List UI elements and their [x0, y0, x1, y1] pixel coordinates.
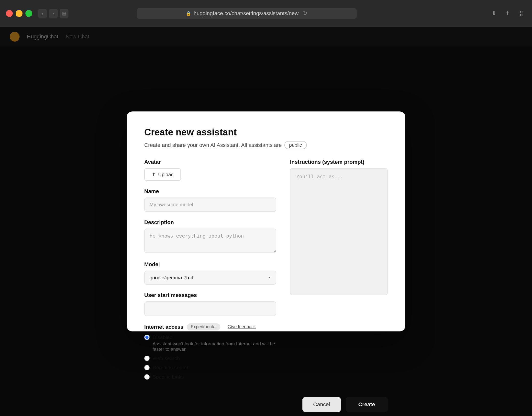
radio-text-disabled: Disabled [153, 334, 173, 340]
upload-button[interactable]: ⬆ Upload [144, 168, 181, 181]
description-field-group: Description He knows everything about py… [144, 219, 276, 254]
radio-item-disabled: Disabled Assistant won't look for inform… [144, 334, 276, 352]
upload-label: Upload [158, 172, 174, 177]
right-column: Instructions (system prompt) [290, 159, 388, 387]
radio-desc-disabled: Assistant won't look for information fro… [144, 341, 276, 352]
radio-disabled[interactable] [144, 335, 150, 340]
user-start-messages-field-group: User start messages [144, 292, 276, 316]
create-button[interactable]: Create [346, 397, 388, 412]
instructions-textarea[interactable] [290, 168, 388, 295]
name-field-group: Name [144, 188, 276, 212]
name-label: Name [144, 188, 276, 195]
forward-button[interactable]: › [49, 9, 58, 18]
share-icon[interactable]: ⬆ [503, 9, 512, 18]
address-bar[interactable]: 🔒 huggingface.co/chat/settings/assistant… [137, 8, 357, 19]
radio-item-web-search: Web search [144, 355, 276, 361]
download-icon[interactable]: ⬇ [489, 9, 499, 18]
maximize-button[interactable] [25, 10, 32, 17]
radio-specific-links[interactable] [144, 374, 150, 380]
internet-access-label: Internet access [144, 324, 183, 330]
url-text: huggingface.co/chat/settings/assistants/… [194, 10, 299, 17]
description-label: Description [144, 219, 276, 226]
user-start-messages-label: User start messages [144, 292, 276, 298]
radio-text-web-search: Web search [153, 355, 180, 361]
traffic-lights [6, 10, 32, 17]
avatar-label: Avatar [144, 159, 276, 165]
back-button[interactable]: ‹ [38, 9, 47, 18]
model-select[interactable]: google/gemma-7b-it meta-llama/Llama-2-70… [144, 271, 276, 285]
left-column: Avatar ⬆ Upload Name Description [144, 159, 276, 387]
close-button[interactable] [6, 10, 13, 17]
app-background: HuggingChat New Chat Create new assistan… [0, 27, 532, 416]
radio-label-disabled[interactable]: Disabled [144, 334, 276, 340]
name-input[interactable] [144, 197, 276, 212]
experimental-badge: Experimental [187, 323, 220, 330]
create-assistant-modal: Create new assistant Create and share yo… [127, 111, 405, 331]
internet-access-header: Internet access Experimental Give feedba… [144, 323, 276, 330]
avatar-field-group: Avatar ⬆ Upload [144, 159, 276, 181]
model-field-group: Model google/gemma-7b-it meta-llama/Llam… [144, 261, 276, 285]
modal-title: Create new assistant [144, 127, 388, 138]
nav-buttons: ‹ › ▤ [38, 9, 68, 18]
internet-access-radio-group: Disabled Assistant won't look for inform… [144, 334, 276, 380]
minimize-button[interactable] [16, 10, 22, 17]
public-badge: public [284, 141, 307, 149]
radio-label-domains-search[interactable]: Domains search [144, 365, 276, 371]
internet-access-field-group: Internet access Experimental Give feedba… [144, 323, 276, 380]
reload-icon[interactable]: ↻ [303, 10, 307, 17]
model-label: Model [144, 261, 276, 268]
give-feedback-link[interactable]: Give feedback [224, 323, 260, 330]
radio-label-specific-links[interactable]: Specific Links [144, 374, 276, 380]
browser-actions: ⬇ ⬆ ⣿ [489, 9, 526, 18]
sidebar-toggle[interactable]: ▤ [60, 9, 68, 18]
description-input[interactable]: He knows everything about python [144, 229, 276, 253]
radio-web-search[interactable] [144, 356, 150, 361]
user-start-messages-input[interactable] [144, 301, 276, 316]
radio-text-specific-links: Specific Links [153, 374, 184, 380]
radio-label-web-search[interactable]: Web search [144, 355, 276, 361]
cancel-button[interactable]: Cancel [302, 397, 341, 412]
modal-subtitle: Create and share your own AI Assistant. … [144, 141, 388, 149]
upload-icon: ⬆ [152, 172, 156, 177]
radio-domains-search[interactable] [144, 365, 150, 370]
radio-item-domains-search: Domains search [144, 365, 276, 371]
browser-chrome: ‹ › ▤ 🔒 huggingface.co/chat/settings/ass… [0, 0, 532, 27]
modal-footer: Cancel Create [144, 397, 388, 412]
lock-icon: 🔒 [186, 11, 191, 16]
modal-overlay: Create new assistant Create and share yo… [0, 27, 532, 416]
radio-item-specific-links: Specific Links [144, 374, 276, 380]
modal-columns: Avatar ⬆ Upload Name Description [144, 159, 388, 387]
extensions-icon[interactable]: ⣿ [516, 9, 526, 18]
radio-text-domains-search: Domains search [153, 365, 190, 371]
instructions-label: Instructions (system prompt) [290, 159, 388, 165]
